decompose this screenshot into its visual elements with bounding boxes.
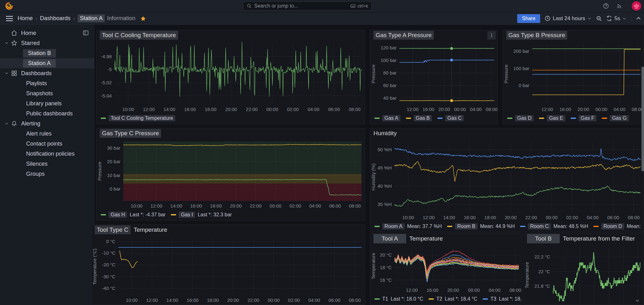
svg-text:12:00: 12:00 [541, 107, 553, 112]
legend-swatch [374, 226, 380, 227]
legend-item-t3[interactable]: T3Last *: 18.3 °C [483, 296, 522, 302]
svg-text:04:00: 04:00 [470, 107, 482, 112]
sidebar-item-groups[interactable]: Groups [0, 169, 94, 179]
sidebar-item-dashboards[interactable]: Dashboards [0, 68, 94, 78]
breadcrumb-dashboards[interactable]: Dashboards [40, 15, 70, 22]
sidebar-item-alerting[interactable]: Alerting [0, 119, 94, 129]
legend-item-gas-h[interactable]: Gas HLast *: -4.37 bar [101, 212, 165, 218]
legend-label: Gas E [547, 115, 565, 121]
collapse-toolbar-icon[interactable] [636, 15, 641, 21]
legend-item-gas-i[interactable]: Gas ILast *: 32.3 bar [171, 212, 232, 218]
svg-text:08:00: 08:00 [628, 215, 640, 220]
panel-humidity: Humidity50 %H45 %H40 %H35 %H10:0012:0014… [370, 128, 644, 232]
legend-item-gas-c[interactable]: Gas C [437, 115, 464, 121]
svg-text:-5.02: -5.02 [101, 80, 112, 85]
svg-text:80 bar: 80 bar [383, 70, 397, 75]
svg-text:20:00: 20:00 [577, 107, 589, 112]
panel-title[interactable]: Gas Type A Pressure [370, 30, 497, 40]
sidebar-item-station-b[interactable]: Station B [0, 48, 94, 58]
panel-title[interactable]: Humidity [370, 128, 644, 138]
svg-text:12:00: 12:00 [407, 107, 419, 112]
time-range-picker[interactable]: Last 24 hours [545, 15, 591, 22]
legend-item-room-d[interactable]: Room DMean: [593, 223, 641, 230]
legend-value: Last *: 18.3 °C [499, 296, 522, 302]
panel-title[interactable]: Gas Type B Pressure [503, 30, 644, 40]
svg-text:-5: -5 [108, 67, 112, 72]
panel-title[interactable]: Tool ATemperature [370, 234, 522, 244]
chart-legend: Tool C Cooling Temperature [97, 114, 365, 124]
grafana-logo-icon[interactable] [5, 2, 13, 10]
breadcrumb: Home › Dashboards › Station A Informatio… [18, 12, 146, 25]
legend-label: Gas D [515, 115, 534, 121]
chart-svg: 120 bar100 bar80 bar60 bar40 bar12:0016:… [370, 40, 497, 114]
legend-item-room-b[interactable]: Room BMean: 44.9 %H [447, 223, 515, 230]
share-button[interactable]: Share [517, 14, 540, 23]
chart[interactable]: 120 bar100 bar80 bar60 bar40 bar12:0016:… [370, 40, 497, 114]
legend-item-gas-a[interactable]: Gas A [374, 115, 400, 121]
breadcrumb-dashboard-name-highlight[interactable]: Station A [78, 14, 105, 22]
chart[interactable]: 50 %H45 %H40 %H35 %H10:0012:0014:0016:00… [370, 138, 644, 222]
panel-gas-type-b-pressure: Gas Type B Pressure200 bar100 bar0 bar12… [503, 30, 644, 124]
panel-title[interactable]: Tool BTemperature from the Filter [524, 234, 644, 244]
chart[interactable]: -4.98-5-5.02-5.0410:0012:0014:0016:0018:… [97, 40, 365, 114]
legend-item-gas-g[interactable]: Gas G [602, 115, 629, 121]
sidebar-item-label: Home [21, 30, 36, 36]
breadcrumb-home[interactable]: Home [18, 15, 33, 22]
chart[interactable]: 20 °C18 °C16 °C12:0016:0020:0000:0004:00… [370, 244, 522, 295]
sidebar-item-public-dashboards[interactable]: Public dashboards [0, 108, 94, 119]
chart-svg: 0 °C-10 °C-20 °C-30 °C-40 °C10:0012:0014… [92, 235, 365, 305]
legend-label: Gas H [109, 212, 127, 218]
chevron-down-icon[interactable] [3, 41, 11, 45]
chart[interactable]: 22.2 °C22 °C21.8 °CTemperature [524, 244, 644, 305]
chevron-down-icon[interactable] [3, 71, 11, 75]
user-avatar[interactable] [632, 1, 641, 11]
legend-item-room-c[interactable]: Room CMean: 48.5 %H [520, 223, 588, 230]
panel-title-text: Gas Type C Pressure [100, 129, 161, 138]
chart[interactable]: 30 bar20 bar10 bar0 bar10:0012:0014:0016… [97, 138, 365, 210]
panel-title[interactable]: Tool Type CTemperature [92, 225, 365, 235]
sidebar-item-library-panels[interactable]: Library panels [0, 98, 94, 108]
legend-item-gas-e[interactable]: Gas E [539, 115, 565, 121]
sidebar-item-label: Notification policies [26, 151, 75, 157]
chart[interactable]: 200 bar100 bar0 bar12:0016:0020:0000:000… [503, 40, 644, 114]
refresh-picker[interactable]: 5s [606, 15, 626, 22]
sidebar-item-playlists[interactable]: Playlists [0, 78, 94, 88]
sidebar-item-home[interactable]: Home [0, 28, 94, 38]
panel-title[interactable]: Gas Type C Pressure [97, 128, 365, 138]
favorite-star-icon[interactable] [140, 15, 146, 22]
svg-text:-40 °C: -40 °C [102, 286, 115, 291]
chart-svg: 22.2 °C22 °C21.8 °CTemperature [524, 244, 644, 305]
zoom-out-icon[interactable] [596, 15, 602, 21]
legend-item-gas-d[interactable]: Gas D [507, 115, 534, 121]
sidebar-item-silences[interactable]: Silences [0, 159, 94, 169]
sidebar-item-snapshots[interactable]: Snapshots [0, 88, 94, 98]
chevron-down-icon [622, 16, 626, 20]
menu-toggle-icon[interactable] [6, 16, 13, 21]
legend-item-gas-b[interactable]: Gas B [406, 115, 432, 121]
legend-item-room-a[interactable]: Room AMean: 37.7 %H [374, 223, 442, 230]
news-icon[interactable] [616, 2, 623, 10]
legend-label: Gas A [382, 115, 400, 121]
legend-label: Gas C [445, 115, 464, 121]
svg-text:02:00: 02:00 [289, 203, 301, 208]
dock-icon[interactable] [82, 30, 89, 36]
sidebar-item-alert-rules[interactable]: Alert rules [0, 129, 94, 139]
help-icon[interactable] [602, 2, 610, 10]
chart[interactable]: 0 °C-10 °C-20 °C-30 °C-40 °C10:0012:0014… [92, 235, 365, 305]
sidebar-item-station-a[interactable]: Station A [0, 58, 94, 68]
panel-title[interactable]: Tool C Cooling Temperature [97, 30, 365, 40]
sidebar-item-label: Snapshots [26, 90, 53, 97]
svg-text:35 %H: 35 %H [378, 202, 392, 207]
legend-item-gas-f[interactable]: Gas F [571, 115, 597, 121]
legend-item-t1[interactable]: T1Last *: 18.0 °C [374, 296, 423, 302]
sidebar-item-notification-policies[interactable]: Notification policies [0, 149, 94, 159]
chevron-down-icon[interactable] [3, 121, 11, 126]
sidebar-item-contact-points[interactable]: Contact points [0, 139, 94, 149]
svg-text:08:00: 08:00 [349, 297, 361, 303]
panel-menu-kebab-icon[interactable] [487, 31, 496, 40]
legend-item-t2[interactable]: T2Last *: 18.4 °C [428, 296, 477, 302]
page-scrollbar-thumb[interactable] [641, 67, 644, 171]
legend-item-tool-c-cooling-temperature[interactable]: Tool C Cooling Temperature [101, 115, 175, 121]
search-input[interactable]: Search or jump to... ctrl+k [243, 2, 372, 10]
sidebar-item-starred[interactable]: Starred [0, 38, 94, 48]
